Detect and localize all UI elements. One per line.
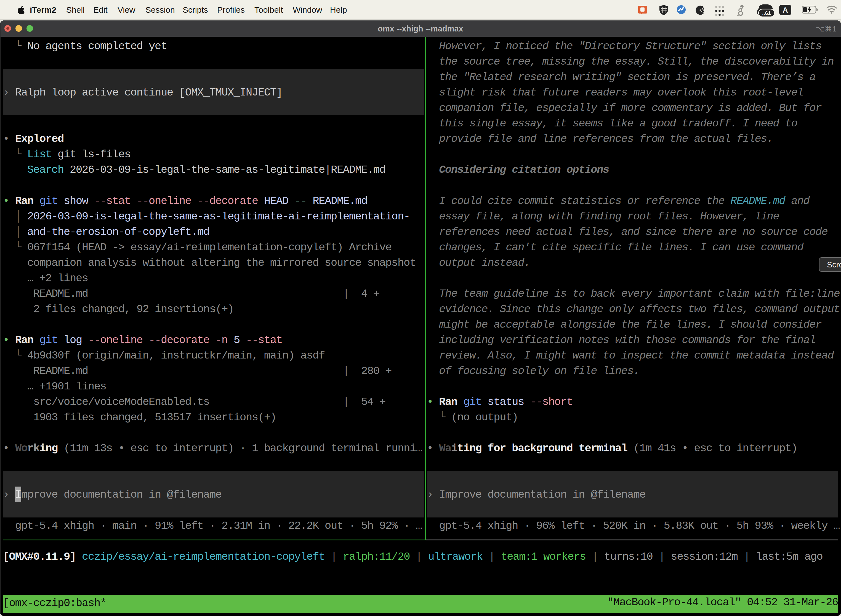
svg-text:..61: ..61 [762, 10, 771, 16]
svg-text:A: A [782, 6, 788, 14]
